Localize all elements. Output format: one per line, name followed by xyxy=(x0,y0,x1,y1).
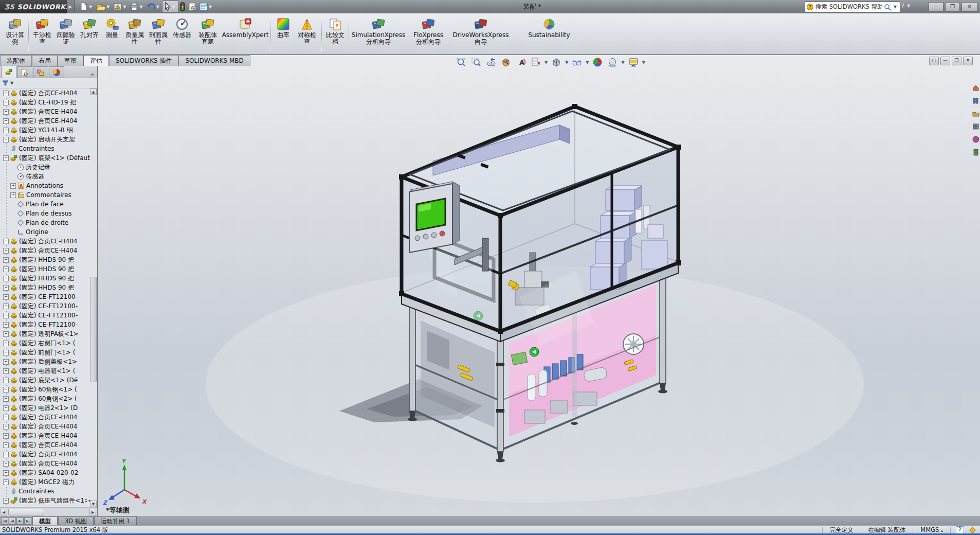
measure-button[interactable]: 测量 xyxy=(101,13,123,55)
help-dropdown-arrow[interactable]: ▼ xyxy=(907,4,910,8)
scroll-thumb[interactable] xyxy=(90,277,97,382)
zoom-to-fit-button[interactable] xyxy=(455,57,467,68)
last-tab-button[interactable]: ▶| xyxy=(24,518,31,525)
assembly-xpert-button[interactable]: AssemblyXpert xyxy=(222,13,269,55)
expand-box[interactable]: + xyxy=(3,257,9,263)
tree-item[interactable]: +(固定) HHDS 90 把 xyxy=(0,274,90,283)
display-manager-tab[interactable] xyxy=(49,66,64,78)
view-orientation-button[interactable]: A xyxy=(515,57,527,68)
view-settings-button[interactable] xyxy=(627,57,640,68)
tree-item[interactable]: Plan de dessus xyxy=(0,209,90,218)
dropdown-arrow[interactable]: ▼ xyxy=(172,5,175,9)
search-dropdown-arrow[interactable]: ▼ xyxy=(894,5,897,9)
apply-scene-button[interactable] xyxy=(606,57,619,68)
command-tab-评估[interactable]: 评估 xyxy=(83,55,109,66)
expand-box[interactable]: + xyxy=(3,433,9,439)
model-tab-模型[interactable]: 模型 xyxy=(32,516,58,525)
open-button[interactable]: ▼ xyxy=(95,1,112,12)
expand-box[interactable]: + xyxy=(3,91,9,96)
doc-restore-button[interactable]: ❐ xyxy=(952,57,961,65)
expand-box[interactable]: + xyxy=(3,452,9,457)
doc-close-button[interactable]: ✕ xyxy=(963,57,973,65)
expand-box[interactable]: + xyxy=(3,109,9,115)
tree-item[interactable]: +(固定) MGCE2 磁力 xyxy=(0,477,90,487)
interference-check-button[interactable]: 干涉检查 xyxy=(30,13,54,55)
apply-scene-dropdown-arrow[interactable]: ▼ xyxy=(621,60,624,65)
publish-edrawings-button[interactable]: !▼ xyxy=(112,1,129,12)
edit-appearance-button[interactable] xyxy=(591,57,604,68)
tree-item[interactable]: +(固定) 合页CE-H404 xyxy=(0,459,90,468)
expand-box[interactable]: + xyxy=(3,350,9,355)
tree-item[interactable]: +(固定) 合页CE-H404 xyxy=(0,413,90,422)
expand-box[interactable]: + xyxy=(3,396,9,402)
quick-tips-toggle[interactable]: ? xyxy=(956,526,964,534)
scroll-left-arrow[interactable]: ◀ xyxy=(1,509,7,515)
view-palette-tab[interactable] xyxy=(972,122,980,131)
expand-box[interactable]: + xyxy=(3,341,9,346)
expand-box[interactable]: + xyxy=(3,331,9,337)
dropdown-arrow[interactable]: ▼ xyxy=(156,5,159,9)
sketch-visibility-dropdown-arrow[interactable]: ▼ xyxy=(545,60,548,65)
command-tab-SOLIDWORKS MBD[interactable]: SOLIDWORKS MBD xyxy=(178,55,250,66)
section-properties-button[interactable]: 剖面属性 xyxy=(147,13,170,55)
hscroll-thumb[interactable] xyxy=(8,509,44,515)
expand-box[interactable]: + xyxy=(3,470,9,476)
solidworks-resources-tab[interactable] xyxy=(972,84,980,92)
filter-dropdown-arrow[interactable]: ▼ xyxy=(10,81,13,85)
tree-item[interactable]: 历史记录 xyxy=(0,163,90,172)
command-tab-装配体[interactable]: 装配体 xyxy=(0,55,32,66)
tree-item[interactable]: +(固定) 合页CE-H404 xyxy=(0,107,90,116)
doc-minimize-button[interactable]: — xyxy=(940,57,950,65)
expand-box[interactable]: + xyxy=(3,461,9,467)
undo-button[interactable]: ▼ xyxy=(146,1,162,12)
expand-box[interactable]: + xyxy=(3,266,9,272)
expand-box[interactable]: + xyxy=(3,285,9,291)
expand-box[interactable]: + xyxy=(3,239,9,244)
expand-box[interactable]: + xyxy=(3,313,9,318)
floxpress-button[interactable]: FloXpress分析向导 xyxy=(406,13,450,55)
tree-item[interactable]: Plan de droite xyxy=(0,218,90,227)
tree-item[interactable]: +AAnnotations xyxy=(0,181,90,190)
mass-properties-button[interactable]: 质量属性 xyxy=(123,13,147,55)
panel-tab-overflow-button[interactable]: » xyxy=(90,71,94,78)
sensor-button[interactable]: 传感器 xyxy=(170,13,194,55)
command-tab-布局[interactable]: 布局 xyxy=(32,55,58,66)
search-input[interactable]: 搜索 SOLIDWORKS 帮助 xyxy=(815,3,882,11)
expand-box[interactable]: + xyxy=(3,276,9,281)
tree-item[interactable]: +(固定) CE-FT12100- xyxy=(0,311,90,320)
tree-item[interactable]: +(固定) 电器箱<1> ( xyxy=(0,366,90,376)
expand-box[interactable]: + xyxy=(3,137,9,142)
tree-item[interactable]: +(固定) 电器2<1> (D xyxy=(0,403,90,413)
dropdown-arrow[interactable]: ▼ xyxy=(89,5,92,9)
tree-vertical-scrollbar[interactable]: ▲ ▼ xyxy=(90,88,97,507)
tree-item[interactable]: +(固定) 底架<1> (Dé xyxy=(0,376,90,385)
help-icon[interactable]: ? xyxy=(901,2,904,10)
print-button[interactable]: ▼ xyxy=(129,1,145,12)
hole-alignment-button[interactable]: 孔对齐 xyxy=(78,13,101,55)
new-document-button[interactable]: ▼ xyxy=(78,1,95,12)
model-tab-3D 视图[interactable]: 3D 视图 xyxy=(58,516,94,525)
tree-item[interactable]: +(固定) 合页CE-H404 xyxy=(0,450,90,459)
zoom-to-area-button[interactable] xyxy=(470,57,482,68)
command-tab-SOLIDWORKS 插件[interactable]: SOLIDWORKS 插件 xyxy=(109,55,178,66)
expand-box[interactable]: + xyxy=(3,322,9,328)
design-library-tab[interactable] xyxy=(972,97,980,105)
expand-box[interactable]: + xyxy=(3,424,9,430)
units-dropdown-arrow[interactable]: ▴ xyxy=(941,528,943,533)
options-button[interactable] xyxy=(187,1,198,12)
tree-item[interactable]: +(固定) 60角钢<2> ( xyxy=(0,394,90,403)
appearances-scenes-tab[interactable] xyxy=(972,135,980,144)
tree-item[interactable]: +(固定) 合页CE-H404 xyxy=(0,431,90,440)
curvature-button[interactable]: 曲率 xyxy=(273,13,294,55)
expand-box[interactable]: + xyxy=(3,294,9,300)
tree-item[interactable]: +(固定) 前侧门<1> ( xyxy=(0,348,90,357)
expand-box[interactable]: + xyxy=(3,442,9,448)
tag-icon[interactable] xyxy=(969,527,976,533)
expand-box[interactable]: + xyxy=(10,183,16,189)
tree-item[interactable]: +(固定) 合页CE-H404 xyxy=(0,116,90,126)
scroll-down-arrow[interactable]: ▼ xyxy=(90,501,97,507)
display-style-dropdown-arrow[interactable]: ▼ xyxy=(565,60,568,65)
dropdown-arrow[interactable]: ▼ xyxy=(139,5,142,9)
expand-box[interactable]: + xyxy=(3,387,9,393)
view-settings-dropdown-arrow[interactable]: ▼ xyxy=(642,60,645,65)
